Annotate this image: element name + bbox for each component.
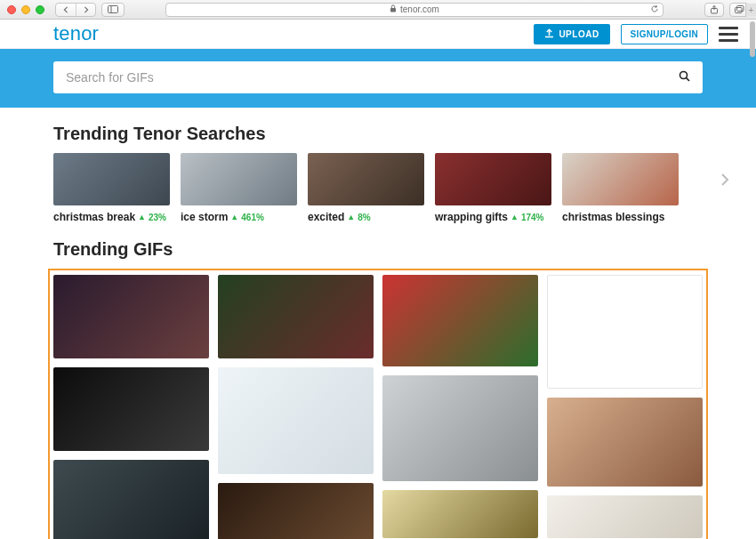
trending-search-label: christmas blessings (562, 211, 679, 223)
browser-chrome: tenor.com + (0, 0, 756, 20)
svg-rect-0 (109, 6, 118, 13)
close-window-icon[interactable] (7, 5, 16, 14)
menu-icon[interactable] (719, 27, 738, 42)
reload-icon[interactable] (650, 4, 659, 15)
auth-button-label: SIGNUP/LOGIN (631, 29, 698, 39)
trending-search-pct: 461% (241, 213, 264, 222)
trending-search-card[interactable]: wrapping gifts▲174% (435, 153, 551, 223)
svg-rect-20 (218, 367, 374, 474)
svg-rect-25 (548, 276, 702, 388)
zoom-window-icon[interactable] (36, 5, 44, 14)
trending-search-text: wrapping gifts (435, 211, 508, 223)
search-box[interactable] (53, 61, 703, 93)
header-band: tenor UPLOAD SIGNUP/LOGIN (0, 20, 756, 108)
gif-tile[interactable] (53, 460, 209, 539)
svg-rect-19 (218, 275, 374, 358)
svg-rect-14 (435, 153, 551, 205)
svg-rect-11 (53, 153, 170, 205)
trend-up-icon: ▲ (347, 213, 355, 221)
upload-icon (544, 28, 554, 40)
new-tab-button[interactable]: + (745, 4, 756, 16)
trending-search-text: christmas break (53, 211, 135, 223)
sidebar-toggle[interactable] (101, 3, 125, 17)
search-input[interactable] (66, 70, 679, 84)
svg-line-10 (687, 78, 689, 81)
svg-point-9 (680, 72, 688, 79)
chrome-right-group (704, 3, 749, 17)
gif-column (547, 275, 703, 539)
trending-search-card[interactable]: christmas break▲23% (53, 153, 170, 223)
gif-tile[interactable] (547, 275, 703, 389)
trending-search-thumb[interactable] (562, 153, 679, 205)
trending-gifs-title: Trending GIFs (53, 239, 703, 260)
header-actions: UPLOAD SIGNUP/LOGIN (534, 24, 738, 44)
svg-rect-15 (562, 153, 679, 205)
forward-button[interactable] (76, 4, 95, 16)
trending-search-text: christmas blessings (562, 211, 664, 223)
svg-rect-13 (308, 153, 424, 205)
trending-search-pct: 8% (358, 213, 370, 222)
search-icon[interactable] (679, 70, 690, 84)
trend-up-icon: ▲ (511, 213, 519, 221)
svg-rect-2 (390, 8, 396, 12)
svg-rect-18 (53, 460, 209, 539)
trending-search-card[interactable]: christmas blessings (562, 153, 679, 223)
upload-button-label: UPLOAD (559, 29, 599, 39)
share-button[interactable] (704, 3, 724, 17)
trending-search-label: excited▲8% (308, 211, 424, 223)
header-row: tenor UPLOAD SIGNUP/LOGIN (0, 20, 756, 49)
trending-search-thumb[interactable] (53, 153, 170, 205)
lock-icon (390, 4, 397, 14)
chevron-right-icon[interactable] (720, 173, 729, 190)
trending-search-card[interactable]: excited▲8% (308, 153, 424, 223)
svg-rect-27 (547, 495, 703, 538)
gif-tile[interactable] (382, 375, 538, 481)
auth-button[interactable]: SIGNUP/LOGIN (621, 24, 708, 44)
gif-tile[interactable] (53, 367, 209, 451)
svg-rect-26 (547, 398, 703, 487)
trending-search-thumb[interactable] (181, 153, 297, 205)
trending-search-pct: 174% (521, 213, 544, 222)
minimize-window-icon[interactable] (21, 5, 30, 14)
gif-tile[interactable] (218, 367, 374, 474)
back-button[interactable] (56, 4, 76, 16)
svg-rect-24 (382, 490, 538, 538)
svg-rect-23 (382, 375, 538, 481)
gif-column (218, 275, 374, 539)
scrollbar[interactable] (750, 21, 755, 57)
trending-search-text: excited (308, 211, 344, 223)
address-bar[interactable]: tenor.com (165, 3, 664, 17)
trending-search-card[interactable]: ice storm▲461% (181, 153, 297, 223)
trend-up-icon: ▲ (230, 213, 238, 221)
window-controls (7, 5, 44, 14)
gif-tile[interactable] (382, 490, 538, 538)
gif-tile[interactable] (547, 495, 703, 538)
svg-rect-6 (736, 6, 744, 12)
gif-tile[interactable] (547, 398, 703, 487)
gif-column (382, 275, 538, 539)
trend-up-icon: ▲ (138, 213, 146, 221)
gif-tile[interactable] (218, 483, 374, 539)
gif-tile[interactable] (382, 275, 538, 366)
gif-tile[interactable] (218, 275, 374, 358)
search-wrap (0, 49, 756, 108)
trending-gifs-highlight (48, 269, 708, 539)
address-bar-host: tenor.com (400, 4, 439, 14)
trending-searches-title: Trending Tenor Searches (53, 124, 703, 144)
page-scroll: tenor UPLOAD SIGNUP/LOGIN (0, 20, 756, 539)
trending-search-label: wrapping gifts▲174% (435, 211, 551, 223)
brand-logo[interactable]: tenor (53, 22, 99, 45)
svg-rect-5 (735, 8, 742, 13)
trending-search-thumb[interactable] (308, 153, 424, 205)
trending-search-label: ice storm▲461% (181, 211, 297, 223)
content: Trending Tenor Searches christmas break▲… (0, 124, 756, 539)
trending-search-text: ice storm (181, 211, 228, 223)
gif-column (53, 275, 209, 539)
trending-search-pct: 23% (149, 213, 166, 222)
svg-rect-12 (181, 153, 297, 205)
gif-tile[interactable] (53, 275, 209, 358)
svg-rect-17 (53, 367, 209, 451)
svg-rect-16 (53, 275, 209, 358)
trending-search-thumb[interactable] (435, 153, 551, 205)
upload-button[interactable]: UPLOAD (534, 24, 609, 44)
